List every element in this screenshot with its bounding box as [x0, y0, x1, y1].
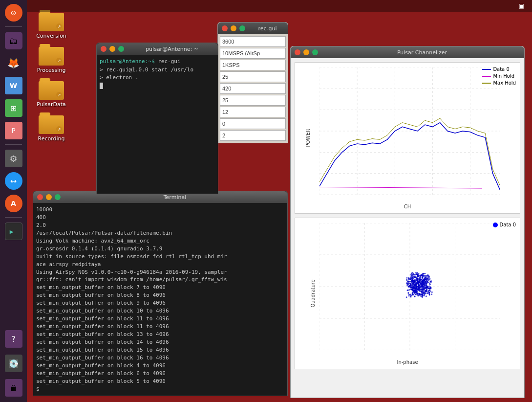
taskbar-firefox[interactable]: 🦊 — [3, 53, 24, 73]
term-line-3: 2.0 — [36, 222, 284, 229]
channelizer-window: Pulsar Channelizer POWER Data 0 Min Hold… — [290, 46, 525, 398]
recgui-title-bar: rec-gui — [218, 22, 288, 34]
taskbar-divider-1 — [5, 26, 22, 27]
antenne-min-btn[interactable] — [109, 46, 115, 52]
term-line-19: set_min_output_buffer on block 15 to 409… — [36, 346, 284, 354]
recgui-input-7[interactable] — [220, 107, 286, 117]
term-line-21: set_min_output_buffer on block 4 to 4096 — [36, 362, 284, 370]
term-line-2: 400 — [36, 214, 284, 222]
taskbar-software[interactable]: A — [3, 193, 24, 214]
iq-legend-label: Data 0 — [500, 222, 516, 227]
desktop-icon-pulsardata-label: PulsarData — [37, 101, 66, 108]
recgui-content — [218, 34, 288, 143]
antenne-title-bar: pulsar@Antenne: ~ — [97, 43, 218, 55]
power-chart-xlabel: CH — [404, 204, 411, 209]
top-bar-items[interactable]: ▣ — [519, 2, 524, 9]
recgui-close-btn[interactable] — [222, 25, 228, 31]
iq-chart-canvas — [319, 223, 500, 350]
term-line-13: set_min_output_buffer on block 9 to 4096 — [36, 299, 284, 307]
channelizer-title-bar: Pulsar Channelizer — [291, 46, 524, 58]
taskbar-settings[interactable]: ⚙ — [3, 148, 24, 169]
term-line-5: Using Volk machine: avx2_64_mmx_orc — [36, 237, 284, 245]
recgui-min-btn[interactable] — [231, 25, 236, 31]
legend-minhold-label: Min Hold — [493, 73, 514, 79]
antenne-title-text: pulsar@Antenne: ~ — [130, 46, 214, 52]
term-line-14: set_min_output_buffer on block 10 to 409… — [36, 307, 284, 315]
recgui-input-2[interactable] — [220, 48, 286, 59]
recgui-input-1[interactable] — [220, 36, 286, 47]
taskbar-disk[interactable]: 💽 — [3, 353, 24, 374]
desktop-icon-pulsardata[interactable]: ↗ PulsarData — [32, 78, 71, 108]
terminal-min-btn[interactable] — [46, 194, 52, 200]
term-line-16: set_min_output_buffer on block 11 to 409… — [36, 323, 284, 331]
antenne-max-btn[interactable] — [118, 46, 124, 52]
antenne-window: pulsar@Antenne: ~ pulsar@Antenne:~$ rec-… — [96, 43, 218, 194]
recgui-input-4[interactable] — [220, 71, 286, 82]
iq-chart-xlabel: In-phase — [397, 359, 418, 365]
recgui-input-9[interactable] — [220, 130, 286, 141]
legend-minhold: Min Hold — [482, 73, 516, 79]
desktop-icon-conversion-label: Conversion — [36, 33, 66, 39]
taskbar-help[interactable]: ? — [3, 329, 24, 349]
channelizer-min-btn[interactable] — [303, 49, 309, 55]
antenne-content: pulsar@Antenne:~$ rec-gui > rec-gui@1.0.… — [97, 55, 218, 194]
channelizer-max-btn[interactable] — [312, 49, 318, 55]
desktop-icon-conversion[interactable]: ↗ Conversion — [32, 10, 71, 39]
antenne-line-2: > rec-gui@1.0.0 start /usr/lo — [100, 66, 215, 74]
power-chart-canvas — [319, 67, 500, 195]
term-line-1: 10000 — [36, 206, 284, 214]
recgui-input-3[interactable] — [220, 60, 286, 70]
top-bar: ▣ — [27, 0, 532, 12]
terminal-content[interactable]: 10000 400 2.0 /usr/local/Pulsar/Pulsar-d… — [33, 203, 287, 396]
term-line-10: gr::fft: can't import wisdom from /home/… — [36, 276, 284, 284]
term-line-18: set_min_output_buffer on block 14 to 409… — [36, 338, 284, 346]
antenne-close-btn[interactable] — [101, 46, 106, 52]
recgui-input-8[interactable] — [220, 118, 286, 129]
terminal-close-btn[interactable] — [37, 194, 43, 200]
channelizer-close-btn[interactable] — [295, 49, 300, 55]
term-line-20: set_min_output_buffer on block 16 to 409… — [36, 354, 284, 362]
legend-data0: Data 0 — [482, 67, 516, 72]
recgui-title-text: rec-gui — [251, 25, 284, 32]
iq-chart-container: Quadrature Data 0 In-phase — [295, 218, 520, 369]
antenne-line-1: pulsar@Antenne:~$ rec-gui — [100, 58, 215, 66]
desktop-icon-processing-label: Processing — [37, 67, 66, 73]
recgui-input-6[interactable] — [220, 95, 286, 106]
taskbar-calc[interactable]: ⊞ — [3, 98, 24, 118]
desktop-icons-area: ↗ Conversion ↗ Processing ↗ PulsarData ↗ — [32, 10, 71, 142]
power-chart-legend: Data 0 Min Hold Max Hold — [482, 67, 516, 86]
iq-legend-data0: Data 0 — [493, 222, 516, 227]
term-line-15: set_min_output_buffer on block 11 to 409… — [36, 315, 284, 323]
term-line-23: set_min_output_buffer on block 5 to 4096 — [36, 378, 284, 385]
term-line-6: gr-osmosdr 0.1.4 (0.1.4) gnuradio 3.7.9 — [36, 245, 284, 253]
taskbar: ⊙ 🗂 🦊 W ⊞ P ⚙ ↔ — [0, 0, 27, 402]
legend-data0-label: Data 0 — [493, 67, 509, 72]
taskbar-writer[interactable]: W — [3, 75, 24, 96]
terminal-window: Terminal 10000 400 2.0 /usr/local/Pulsar… — [33, 191, 288, 396]
desktop-icon-recording[interactable]: ↗ Recording — [32, 112, 71, 142]
legend-maxhold: Max Hold — [482, 80, 516, 86]
term-line-17: set_min_output_buffer on block 13 to 409… — [36, 331, 284, 338]
recgui-window: rec-gui — [217, 22, 288, 143]
term-line-8: ace airspy redpitaya — [36, 261, 284, 268]
taskbar-files[interactable]: 🗂 — [3, 30, 24, 51]
taskbar-ubuntu[interactable]: ⊙ — [3, 2, 24, 23]
power-chart-container: POWER Data 0 Min Hold Max Hold CH — [295, 62, 520, 214]
desktop-icon-processing[interactable]: ↗ Processing — [32, 44, 71, 73]
recgui-max-btn[interactable] — [239, 25, 245, 31]
taskbar-impress[interactable]: P — [3, 120, 24, 141]
term-line-4: /usr/local/Pulsar/Pulsar-data/filename.b… — [36, 229, 284, 237]
legend-maxhold-label: Max Hold — [493, 80, 516, 86]
taskbar-divider-3 — [5, 217, 22, 218]
recgui-input-5[interactable] — [220, 83, 286, 94]
taskbar-terminal[interactable]: ▶_ — [3, 221, 24, 242]
term-line-22: set_min_output_buffer on block 6 to 4096 — [36, 370, 284, 378]
antenne-line-3: > electron . — [100, 74, 215, 82]
term-line-7: built-in source types: file osmosdr fcd … — [36, 253, 284, 261]
taskbar-divider-2 — [5, 144, 22, 145]
power-chart-ylabel: POWER — [305, 129, 311, 147]
channelizer-title-text: Pulsar Channelizer — [324, 49, 520, 56]
taskbar-trash[interactable]: 🗑 — [3, 378, 24, 398]
terminal-max-btn[interactable] — [55, 194, 61, 200]
taskbar-remote[interactable]: ↔ — [3, 171, 24, 191]
